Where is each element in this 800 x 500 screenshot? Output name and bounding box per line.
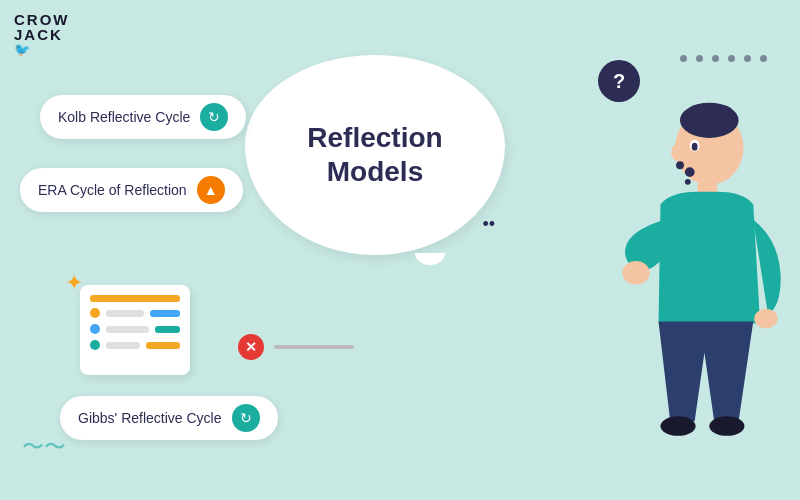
svg-point-6 bbox=[692, 143, 698, 151]
svg-point-14 bbox=[685, 179, 691, 185]
bubble-title: Reflection Models bbox=[307, 121, 442, 188]
x-circle-icon: ✕ bbox=[238, 334, 264, 360]
logo-bird-icon: 🐦 bbox=[14, 42, 70, 57]
doc-circle-2 bbox=[90, 324, 100, 334]
svg-point-4 bbox=[671, 144, 685, 162]
doc-circle-3 bbox=[90, 340, 100, 350]
kolb-label: Kolb Reflective Cycle bbox=[58, 109, 190, 125]
doc-circle-1 bbox=[90, 308, 100, 318]
x-line bbox=[274, 345, 354, 349]
bubble-title-line1: Reflection bbox=[307, 122, 442, 153]
bubble-dots: •• bbox=[482, 214, 495, 235]
doc-rect-2 bbox=[150, 310, 180, 317]
bubble-title-line2: Models bbox=[327, 156, 423, 187]
doc-illustration bbox=[80, 285, 190, 375]
wave-decoration: 〜〜 bbox=[22, 432, 66, 462]
logo: CROW JACK 🐦 bbox=[14, 12, 70, 57]
doc-rect-5 bbox=[106, 342, 140, 349]
svg-point-12 bbox=[676, 161, 684, 169]
gibbs-label: Gibbs' Reflective Cycle bbox=[78, 410, 222, 426]
era-label: ERA Cycle of Reflection bbox=[38, 182, 187, 198]
svg-point-8 bbox=[622, 261, 649, 284]
person-illustration bbox=[570, 50, 790, 470]
x-button-area: ✕ bbox=[238, 334, 354, 360]
svg-point-13 bbox=[685, 167, 695, 177]
svg-point-3 bbox=[680, 103, 739, 138]
gibbs-icon: ↻ bbox=[232, 404, 260, 432]
doc-row-2 bbox=[90, 324, 180, 334]
logo-line1: CROW bbox=[14, 12, 70, 27]
svg-point-9 bbox=[754, 309, 777, 329]
doc-row-3 bbox=[90, 340, 180, 350]
kolb-icon: ↻ bbox=[200, 103, 228, 131]
doc-line-1 bbox=[90, 295, 180, 302]
doc-rect-3 bbox=[106, 326, 149, 333]
svg-point-11 bbox=[709, 416, 744, 436]
era-pill[interactable]: ERA Cycle of Reflection ▲ bbox=[20, 168, 243, 212]
doc-row-1 bbox=[90, 308, 180, 318]
svg-point-10 bbox=[660, 416, 695, 436]
logo-line2: JACK bbox=[14, 27, 70, 42]
doc-rect-1 bbox=[106, 310, 144, 317]
doc-rect-6 bbox=[146, 342, 180, 349]
gibbs-pill[interactable]: Gibbs' Reflective Cycle ↻ bbox=[60, 396, 278, 440]
era-icon: ▲ bbox=[197, 176, 225, 204]
doc-rect-4 bbox=[155, 326, 180, 333]
kolb-pill[interactable]: Kolb Reflective Cycle ↻ bbox=[40, 95, 246, 139]
reflection-models-bubble: Reflection Models •• bbox=[245, 55, 505, 255]
sparkle-icon: ✦ bbox=[65, 270, 83, 296]
